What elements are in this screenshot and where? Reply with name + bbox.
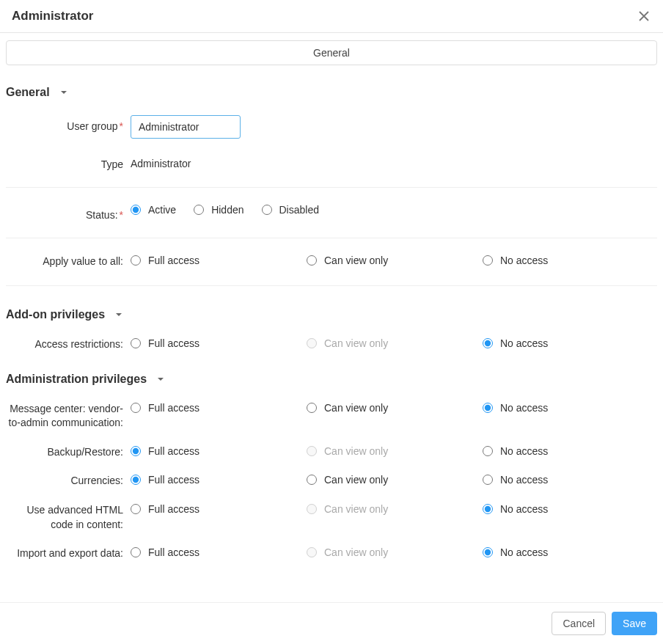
row-currencies: Currencies: Full access Can view only No…: [6, 466, 657, 496]
required-marker: *: [120, 120, 123, 132]
section-general-header[interactable]: General: [6, 73, 657, 108]
label-apply-all: Apply value to all:: [6, 255, 131, 269]
backup-view-radio: [307, 446, 317, 456]
html-full-option[interactable]: Full access: [131, 503, 307, 515]
currencies-full-radio[interactable]: [131, 475, 141, 485]
backup-full-radio[interactable]: [131, 446, 141, 456]
apply-all-none-radio[interactable]: [483, 255, 493, 266]
dialog-footer: Cancel Save: [0, 602, 663, 644]
access-restrictions-view-radio: [307, 338, 317, 348]
cancel-button[interactable]: Cancel: [552, 612, 606, 635]
import-export-full-option[interactable]: Full access: [131, 546, 307, 558]
section-general-title: General: [6, 86, 50, 99]
msg-center-full-option[interactable]: Full access: [131, 402, 307, 414]
backup-none-radio[interactable]: [483, 446, 493, 456]
divider: [6, 285, 657, 286]
required-marker: *: [120, 209, 123, 221]
html-full-radio[interactable]: [131, 504, 141, 514]
status-active-radio[interactable]: [131, 205, 141, 215]
access-restrictions-full-radio[interactable]: [131, 338, 141, 348]
row-import-export: Import and export data: Full access Can …: [6, 539, 657, 568]
msg-center-none-radio[interactable]: [483, 403, 493, 413]
dialog-content: General User group* Type Administrator S…: [0, 73, 663, 619]
import-export-full-radio[interactable]: [131, 547, 141, 557]
label-html: Use advanced HTML code in content:: [6, 503, 131, 532]
apply-all-view-option[interactable]: Can view only: [307, 255, 483, 266]
currencies-none-option[interactable]: No access: [483, 474, 657, 486]
label-currencies: Currencies:: [6, 474, 131, 489]
dialog-title: Administrator: [12, 9, 93, 23]
tab-general[interactable]: General: [6, 40, 657, 65]
tab-bar: General: [0, 33, 663, 73]
label-type: Type: [6, 153, 131, 171]
save-button[interactable]: Save: [612, 612, 657, 635]
status-active-option[interactable]: Active: [131, 204, 176, 216]
currencies-view-option[interactable]: Can view only: [307, 474, 483, 486]
access-restrictions-none-radio[interactable]: [483, 338, 493, 348]
currencies-none-radio[interactable]: [483, 475, 493, 485]
row-html: Use advanced HTML code in content: Full …: [6, 496, 657, 539]
access-restrictions-full-option[interactable]: Full access: [131, 337, 307, 349]
row-msg-center: Message center: vendor-to-admin communic…: [6, 395, 657, 438]
row-apply-all: Apply value to all: Full access Can view…: [6, 247, 657, 277]
user-group-input[interactable]: [131, 115, 241, 139]
html-none-option[interactable]: No access: [483, 503, 657, 515]
msg-center-full-radio[interactable]: [131, 403, 141, 413]
backup-view-option: Can view only: [307, 445, 483, 457]
caret-down-icon: [60, 87, 67, 98]
html-view-radio: [307, 504, 317, 514]
status-disabled-radio[interactable]: [262, 205, 272, 215]
caret-down-icon: [115, 309, 122, 321]
backup-none-option[interactable]: No access: [483, 445, 657, 457]
caret-down-icon: [157, 373, 164, 385]
import-export-view-radio: [307, 547, 317, 557]
apply-all-view-radio[interactable]: [307, 255, 317, 266]
html-view-option: Can view only: [307, 503, 483, 515]
label-user-group: User group*: [6, 115, 131, 133]
access-restrictions-none-option[interactable]: No access: [483, 337, 657, 349]
row-access-restrictions: Access restrictions: Full access Can vie…: [6, 330, 657, 359]
divider: [6, 187, 657, 188]
status-hidden-option[interactable]: Hidden: [194, 204, 243, 216]
currencies-view-radio[interactable]: [307, 475, 317, 485]
msg-center-view-radio[interactable]: [307, 403, 317, 413]
import-export-view-option: Can view only: [307, 546, 483, 558]
import-export-none-option[interactable]: No access: [483, 546, 657, 558]
label-import-export: Import and export data:: [6, 546, 131, 561]
label-status: Status:*: [6, 204, 131, 222]
section-addon-title: Add-on privileges: [6, 308, 105, 321]
row-type: Type Administrator: [6, 146, 657, 178]
import-export-none-radio[interactable]: [483, 547, 493, 557]
access-restrictions-view-option: Can view only: [307, 337, 483, 349]
msg-center-none-option[interactable]: No access: [483, 402, 657, 414]
label-msg-center: Message center: vendor-to-admin communic…: [6, 402, 131, 431]
currencies-full-option[interactable]: Full access: [131, 474, 307, 486]
row-status: Status:* Active Hidden Disabled: [6, 197, 657, 229]
apply-all-full-radio[interactable]: [131, 255, 141, 266]
label-backup: Backup/Restore:: [6, 445, 131, 460]
status-hidden-radio[interactable]: [194, 205, 204, 215]
close-icon: [638, 10, 650, 22]
row-user-group: User group*: [6, 108, 657, 146]
section-addon-header[interactable]: Add-on privileges: [6, 295, 657, 330]
dialog-header: Administrator: [0, 0, 663, 33]
backup-full-option[interactable]: Full access: [131, 445, 307, 457]
apply-all-none-option[interactable]: No access: [483, 255, 657, 266]
close-button[interactable]: [637, 9, 651, 23]
label-access-restrictions: Access restrictions:: [6, 337, 131, 352]
type-value: Administrator: [131, 153, 657, 169]
section-admin-title: Administration privileges: [6, 373, 147, 386]
msg-center-view-option[interactable]: Can view only: [307, 402, 483, 414]
row-backup: Backup/Restore: Full access Can view onl…: [6, 438, 657, 467]
divider: [6, 238, 657, 238]
html-none-radio[interactable]: [483, 504, 493, 514]
status-disabled-option[interactable]: Disabled: [262, 204, 319, 216]
section-admin-header[interactable]: Administration privileges: [6, 359, 657, 395]
apply-all-full-option[interactable]: Full access: [131, 255, 307, 266]
